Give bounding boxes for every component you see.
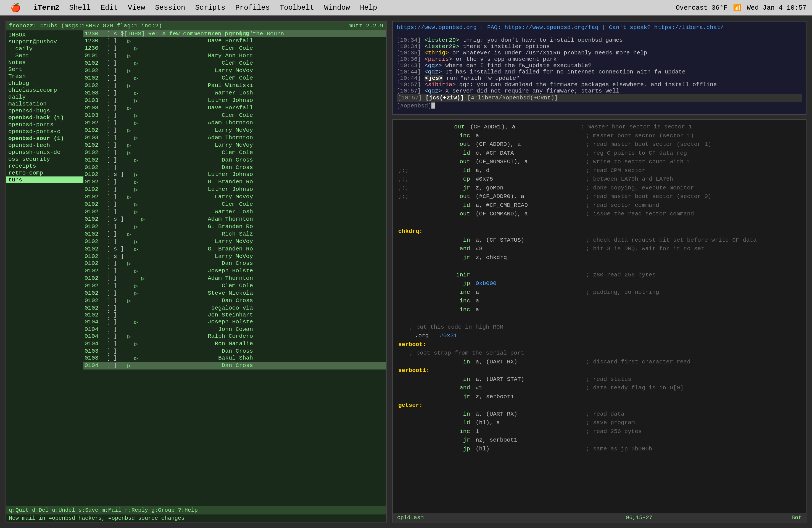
table-row[interactable]: 1230 [ s ] >[TUHS] Re: A few comments on… [83, 30, 386, 37]
table-row[interactable]: 0104 [ ] ▷ Ralph Cordero [83, 333, 386, 340]
table-row[interactable]: 0102 [ ] ▷ Adam Thornton [83, 119, 386, 127]
menu-help[interactable]: Help [355, 2, 382, 14]
menu-view[interactable]: View [123, 2, 150, 14]
table-row[interactable]: 0102 [ ] Dan Cross [83, 164, 386, 171]
irc-channel-label: [#openbsd] [396, 103, 431, 109]
asm-line: ;;; jr z, goMon ; done copying, execute … [398, 184, 800, 192]
table-row[interactable]: 0103 [ ] ▷ Adam Thornton [83, 134, 386, 142]
app-name[interactable]: iTerm2 [28, 2, 64, 14]
table-row[interactable]: 0104 [ ] ▷ Dan Cross [83, 362, 386, 369]
menu-shell[interactable]: Shell [64, 2, 96, 14]
table-row[interactable]: 1230 [ ] ▷ Dave Horsfall [83, 37, 386, 45]
mailbox-sent[interactable]: Sent [6, 66, 83, 73]
asm-position: 96,15-27 Bot [626, 514, 801, 521]
table-row[interactable]: 0102 [ s ] ▷ Luther Johnso [83, 171, 386, 178]
mailbox-sent-indent[interactable]: Sent [6, 52, 83, 59]
table-row[interactable]: 0102 [ ] ▷ Paul Winalski [83, 82, 386, 89]
table-row[interactable]: 0102 [ ] ▷ Clem Cole [83, 282, 386, 290]
mailbox-openssh-unix-de[interactable]: openssh-unix-de [6, 149, 83, 156]
asm-line: jr z, serboot1 [398, 392, 800, 401]
table-row[interactable]: 0102 [ ] Jon Steinhart [83, 311, 386, 318]
table-row[interactable]: 0103 [ ] ▷ Warner Losh [83, 89, 386, 97]
mailbox-chibug[interactable]: chibug [6, 80, 83, 87]
table-row[interactable]: 0102 [ s ] ▷ Adam Thornton [83, 216, 386, 223]
menu-profiles[interactable]: Profiles [230, 2, 275, 14]
table-row[interactable]: 0103 [ ] ▷ Clem Cole [83, 112, 386, 119]
table-row[interactable]: 0102 [ ] ▷ Joseph Holste [83, 267, 386, 275]
mutt-new-mail: New mail in =openbsd-hackers, =openbsd-s… [6, 514, 386, 522]
asm-line: inc a [398, 305, 800, 314]
table-row[interactable]: 0102 [ ] ▷ Adam Thornton [83, 275, 386, 282]
mailbox-trash[interactable]: Trash [6, 73, 83, 80]
mutt-version: mutt 2.2.9 [349, 23, 383, 29]
table-row[interactable]: 0102 [ ] ▷ Clem Cole [83, 60, 386, 67]
table-row[interactable]: 0104 [ ] ▷ Ron Natalie [83, 340, 386, 348]
asm-line: jr nz, serboot1 [398, 436, 800, 444]
table-row[interactable]: 0102 [ ] ▷ Steve Nickola [83, 290, 386, 297]
mailbox-openbsd-ports-c[interactable]: openbsd-ports-c [6, 128, 83, 135]
table-row[interactable]: 0102 [ ] ▷ Rich Salz [83, 231, 386, 238]
irc-message-3: [10:36] <pardis> or the vfs cpp amusemen… [396, 56, 802, 62]
mailbox-notes[interactable]: Notes [6, 59, 83, 66]
table-row[interactable]: 0102 [ ] ▷ Luther Johnso [83, 186, 386, 193]
asm-section-line: .org #0x31 [398, 332, 800, 340]
asm-line: serboot1: [398, 366, 800, 375]
table-row[interactable]: 0102 [ ] segaloco via [83, 305, 386, 311]
table-row[interactable]: 0102 [ ] ▷ Clem Cole [83, 201, 386, 208]
menu-toolbelt[interactable]: Toolbelt [275, 2, 319, 14]
asm-panel: out (CF_ADDR1), a ; master boot sector i… [392, 119, 807, 523]
asm-line: inir ; z80 read 256 bytes [398, 270, 800, 279]
table-row[interactable]: 0102 [ ] ▷ Larry McVoy [83, 67, 386, 75]
menu-window[interactable]: Window [319, 2, 355, 14]
table-row[interactable]: 0104 [ ] John Cowan [83, 326, 386, 333]
mailbox-openbsd-tech[interactable]: openbsd-tech [6, 142, 83, 149]
mailbox-retro-comp[interactable]: retro-comp [6, 170, 83, 176]
table-row[interactable]: 0102 [ ] ▷ G. Branden Ro [83, 223, 386, 231]
table-row[interactable]: 0102 [ ] ▷ Larry McVoy [83, 142, 386, 149]
table-row[interactable]: 0104 [ ] ▷ Joseph Holste [83, 318, 386, 326]
table-row[interactable]: 0102 [ ] ▷ Clem Cole [83, 149, 386, 157]
table-row[interactable]: 0102 [ ] ▷ G. Branden Ro [83, 178, 386, 186]
main-content: frobozz: =tuhs (msgs:18087 82M flag:1 in… [0, 15, 812, 528]
table-row[interactable]: 0102 [ ] ▷ Dan Cross [83, 260, 386, 267]
mailbox-daily-indent[interactable]: daily [6, 45, 83, 52]
table-row[interactable]: 0103 [ ] Dan Cross [83, 348, 386, 355]
mailbox-chiclassiccomp[interactable]: chiclassiccomp [6, 87, 83, 93]
table-row[interactable]: 0103 [ ] ▷ Dave Horsfall [83, 104, 386, 112]
mailbox-mailstation[interactable]: mailstation [6, 101, 83, 107]
mailbox-openbsd-sour[interactable]: openbsd-sour (1) [6, 135, 83, 142]
menu-edit[interactable]: Edit [96, 2, 123, 14]
table-row[interactable]: 1230 [ ] ▷ Clem Cole [83, 45, 386, 52]
table-row[interactable]: 0102 [ ] ▷ Larry McVoy [83, 238, 386, 246]
mailbox-openbsd-bugs[interactable]: openbsd-bugs [6, 107, 83, 114]
table-row[interactable]: 0102 [ ] ▷ Dan Cross [83, 157, 386, 164]
mailbox-oss-security[interactable]: oss-security [6, 156, 83, 163]
menu-session[interactable]: Session [150, 2, 190, 14]
table-row[interactable]: 0102 [ s ] ▷ G. Branden Ro [83, 246, 386, 253]
irc-message-6: [10:44] <jcs> run "which fw_update" [396, 75, 802, 82]
table-row[interactable]: 0102 [ ] ▷ Dan Cross [83, 297, 386, 305]
table-row[interactable]: 0102 [ ] ▷ Larry McVoy [83, 127, 386, 134]
mailbox-daily[interactable]: daily [6, 93, 83, 101]
table-row[interactable]: 0102 [ ] ▷ Larry McVoy [83, 193, 386, 201]
asm-line: ld a, #CF_CMD_READ ; read sector command [398, 201, 800, 210]
asm-line: getser: [398, 401, 800, 410]
table-row[interactable]: 0103 [ ] ▷ Luther Johnso [83, 97, 386, 104]
table-row[interactable]: 0102 [ ] ▷ Warner Losh [83, 208, 386, 216]
mailbox-tuhs[interactable]: tuhs [6, 176, 83, 184]
table-row[interactable]: 0101 [ ] ▷ Mary Ann Hort [83, 52, 386, 60]
menu-scripts[interactable]: Scripts [190, 2, 230, 14]
mailbox-receipts[interactable]: receipts [6, 163, 83, 170]
table-row[interactable]: 0102 [ s ] Larry McVoy [83, 253, 386, 260]
asm-line: ;;; cp #0x75 ; between LA70h and LA75h [398, 175, 800, 184]
mailbox-openbsd-hack[interactable]: openbsd-hack (1) [6, 114, 83, 121]
asm-line: inc a [398, 297, 800, 305]
mailbox-openbsd-ports[interactable]: openbsd-ports [6, 121, 83, 128]
table-row[interactable]: 0103 [ ] ▷ Bakul Shah [83, 355, 386, 362]
apple-menu[interactable]: 🍎 [5, 1, 26, 15]
mailbox-support[interactable]: support@pushov [6, 39, 83, 45]
table-row[interactable]: 0102 [ ] ▷ Clem Cole [83, 75, 386, 82]
irc-cursor[interactable]: █ [431, 103, 435, 109]
email-from: Greg 'groggy' [176, 31, 253, 37]
mailbox-inbox[interactable]: INBOX [6, 31, 83, 39]
